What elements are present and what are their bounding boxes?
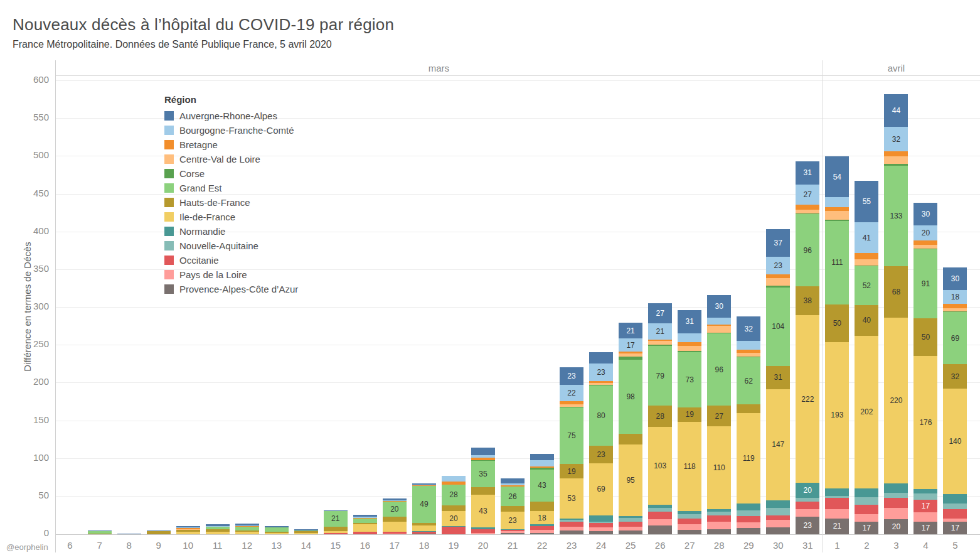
bar-segment[interactable] [796,502,819,509]
bar-segment[interactable] [294,531,318,532]
bar-segment[interactable]: 19 [560,464,583,478]
bar-segment[interactable] [913,240,937,245]
bar-segment[interactable] [324,533,348,534]
bar-segment[interactable] [265,532,289,532]
bar-segment[interactable] [176,529,200,530]
bar-segment[interactable] [383,498,407,500]
bar-segment[interactable] [619,522,642,527]
bar-segment[interactable] [707,326,731,333]
bar-segment[interactable]: 140 [943,389,967,494]
bar-segment[interactable] [913,493,937,500]
bar-segment[interactable]: 17 [855,522,878,534]
bar-segment[interactable] [589,527,613,531]
legend-item[interactable]: Nouvelle-Aquitaine [164,239,298,253]
bar-segment[interactable] [442,527,466,534]
bar-segment[interactable]: 20 [796,483,819,498]
bar-segment[interactable] [707,515,731,522]
bar-segment[interactable]: 98 [619,360,642,434]
bar-segment[interactable] [619,353,642,357]
bar-segment[interactable] [855,488,878,497]
bar-segment[interactable] [648,508,672,512]
bar-segment[interactable] [530,454,554,460]
bar-segment[interactable] [501,506,525,511]
bar-segment[interactable] [678,351,701,352]
bar-segment[interactable] [737,503,760,510]
bar-segment[interactable] [235,530,259,532]
bar-segment[interactable] [707,333,731,333]
bar-segment[interactable]: 18 [530,511,554,525]
bar-segment[interactable]: 27 [648,303,672,323]
bar-segment[interactable] [648,512,672,519]
bar-segment[interactable] [766,520,790,527]
bar-segment[interactable] [471,527,495,529]
bar-segment[interactable] [235,527,259,530]
bar-segment[interactable] [412,523,436,525]
bar-segment[interactable]: 220 [884,318,908,484]
bar-segment[interactable]: 32 [737,316,760,341]
bar-segment[interactable] [825,488,849,496]
bar-segment[interactable] [235,532,259,534]
bar-segment[interactable] [530,533,554,534]
bar-segment[interactable]: 68 [884,266,908,318]
bar-segment[interactable] [737,404,760,413]
bar-segment[interactable]: 17 [913,522,937,534]
bar-segment[interactable] [471,487,495,495]
bar-segment[interactable]: 193 [825,342,849,488]
bar-segment[interactable] [324,527,348,531]
bar-segment[interactable] [471,455,495,458]
bar-segment[interactable] [442,476,466,481]
bar-segment[interactable] [707,512,731,515]
bar-segment[interactable]: 110 [707,426,731,509]
bar-segment[interactable] [619,516,642,517]
bar-segment[interactable] [176,532,200,534]
bar-segment[interactable] [766,527,790,534]
bar-segment[interactable]: 73 [678,352,701,407]
bar-segment[interactable] [88,530,112,531]
bar-segment[interactable] [353,532,377,534]
bar-segment[interactable] [294,529,318,530]
bar-segment[interactable]: 23 [589,446,613,463]
bar-segment[interactable] [737,350,760,353]
bar-segment[interactable]: 69 [943,312,967,364]
bar-segment[interactable] [560,520,583,521]
legend-item[interactable]: Ile-de-France [164,210,298,224]
bar-segment[interactable] [412,531,436,532]
bar-segment[interactable] [796,498,819,502]
bar-segment[interactable] [383,534,407,534]
bar-segment[interactable] [353,517,377,517]
bar-segment[interactable] [737,341,760,350]
bar-segment[interactable]: 17 [913,500,937,512]
bar-segment[interactable]: 21 [648,323,672,339]
bar-segment[interactable] [176,527,200,528]
bar-segment[interactable] [678,524,701,529]
bar-segment[interactable] [501,485,525,487]
bar-segment[interactable] [353,524,377,532]
bar-segment[interactable] [943,304,967,308]
bar-segment[interactable] [324,510,348,511]
bar-segment[interactable] [855,253,878,259]
bar-segment[interactable] [353,519,377,523]
bar-segment[interactable] [353,515,377,517]
bar-segment[interactable]: 62 [737,357,760,404]
legend-item[interactable]: Normandie [164,224,298,239]
bar-segment[interactable]: 26 [501,487,525,506]
bar-segment[interactable] [648,345,672,346]
legend-item[interactable]: Centre-Val de Loire [164,152,298,166]
bar-segment[interactable] [796,205,819,209]
bar-segment[interactable] [471,460,495,461]
bar-segment[interactable] [383,500,407,501]
bar-segment[interactable]: 96 [796,214,819,287]
bar-segment[interactable] [943,509,967,518]
bar-segment[interactable]: 38 [796,286,819,315]
bar-segment[interactable]: 17 [943,522,967,534]
bar-segment[interactable] [412,534,436,534]
legend-item[interactable]: Auvergne-Rhone-Alpes [164,109,298,123]
bar-segment[interactable] [206,524,230,525]
bar-segment[interactable]: 32 [943,364,967,389]
bar-segment[interactable]: 23 [501,512,525,529]
bar-segment[interactable] [412,485,436,485]
bar-segment[interactable]: 27 [707,406,731,426]
bar-segment[interactable] [589,352,613,363]
bar-segment[interactable]: 222 [796,315,819,483]
bar-segment[interactable]: 91 [913,249,937,318]
